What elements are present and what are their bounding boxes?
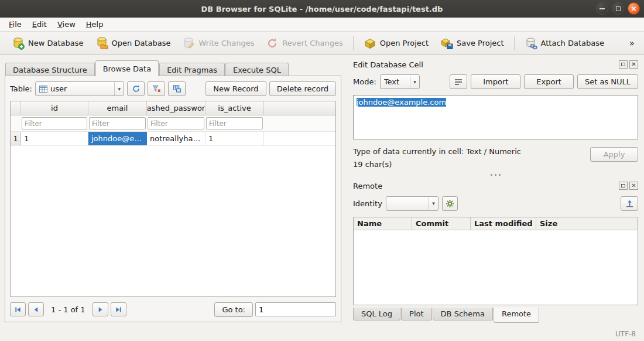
maximize-icon [616,6,621,11]
tab-remote[interactable]: Remote [494,308,539,323]
first-record-button[interactable] [10,302,26,316]
remote-column-last-modified[interactable]: Last modified [471,217,536,230]
import-button[interactable]: Import [471,74,520,89]
tab-edit-pragmas[interactable]: Edit Pragmas [159,63,225,76]
close-icon: × [631,5,637,12]
menu-file[interactable]: File [4,19,27,30]
last-record-icon [115,306,122,313]
browse-data-panel: Table: user ▾ [5,76,341,322]
previous-record-icon [33,306,39,313]
save-project-label: Save Project [457,39,504,47]
column-header-hashed-password[interactable]: ashed_passwor [147,101,205,115]
apply-button: Apply [590,147,638,162]
attach-database-button[interactable]: Attach Database [519,34,610,53]
cell-editor[interactable]: johndoe@example.com [353,95,638,139]
filter-input-id[interactable] [22,117,87,129]
remote-title: Remote [353,182,382,190]
menu-edit[interactable]: Edit [27,19,52,30]
save-table-view-button[interactable] [168,81,186,96]
menu-help[interactable]: Help [81,19,109,30]
chevron-down-icon: ▾ [429,197,438,210]
column-header-id[interactable]: id [21,101,88,115]
remote-column-commit[interactable]: Commit [412,217,471,230]
data-grid: id email ashed_passwor is_active 1 [10,101,336,297]
first-record-icon [15,306,21,313]
remote-column-name[interactable]: Name [354,217,412,230]
tab-plot[interactable]: Plot [401,308,432,320]
refresh-icon [132,84,141,93]
cell-hashed-password[interactable]: notreallyha… [147,132,205,145]
goto-input[interactable] [255,302,336,316]
left-pane: Database Structure Browse Data Edit Prag… [0,55,346,327]
filter-row [11,115,335,132]
toolbar-overflow-button[interactable]: » [626,38,638,49]
new-database-icon [12,37,25,50]
cell-email-selected[interactable]: johndoe@e… [88,132,147,145]
filter-input-hashed-password[interactable] [148,117,204,129]
remote-table-empty-area [354,230,638,305]
tab-sql-log[interactable]: SQL Log [353,308,400,320]
tab-db-schema[interactable]: DB Schema [433,308,493,320]
grid-header: id email ashed_passwor is_active [11,101,335,115]
column-header-email[interactable]: email [88,101,147,115]
upload-button[interactable] [621,196,638,211]
browse-controls: Table: user ▾ [10,81,336,97]
gear-icon [446,199,454,208]
new-database-button[interactable]: New Database [6,34,90,53]
tab-execute-sql[interactable]: Execute SQL [225,63,289,76]
revert-changes-label: Revert Changes [282,39,342,47]
mode-select[interactable]: Text ▾ [380,74,420,89]
menu-view[interactable]: View [52,19,81,30]
refresh-button[interactable] [127,81,145,96]
identity-label: Identity [353,199,382,208]
goto-button[interactable]: Go to: [214,302,253,317]
tab-database-structure[interactable]: Database Structure [5,63,95,76]
open-project-button[interactable]: Open Project [358,34,434,53]
table-select[interactable]: user ▾ [35,81,124,96]
column-header-is-active[interactable]: is_active [205,101,264,115]
main-area: Database Structure Browse Data Edit Prag… [0,55,644,327]
delete-record-button[interactable]: Delete record [269,81,336,96]
table-label: Table: [10,84,32,93]
close-dock-button[interactable]: ✕ [629,60,638,69]
minimize-button[interactable] [596,2,608,15]
write-changes-label: Write Changes [198,39,254,47]
open-database-button[interactable]: Open Database [90,34,177,53]
cell-is-active[interactable]: 1 [205,132,264,145]
splitter-handle[interactable] [353,170,638,179]
next-record-button[interactable] [93,302,108,316]
maximize-button[interactable] [612,2,624,15]
titlebar[interactable]: DB Browser for SQLite - /home/user/code/… [0,0,644,18]
set-as-null-button[interactable]: Set as NULL [577,74,638,89]
new-record-button[interactable]: New Record [205,81,266,96]
close-button[interactable]: × [628,2,640,15]
close-dock-button[interactable]: ✕ [629,182,638,190]
clear-filters-button[interactable] [148,81,165,96]
float-dock-button[interactable] [619,60,628,69]
word-wrap-button[interactable] [450,74,467,89]
float-dock-button[interactable] [619,182,628,190]
save-project-icon [440,37,453,50]
menubar: File Edit View Help [0,18,644,32]
manage-identities-button[interactable] [442,196,458,211]
tab-browse-data[interactable]: Browse Data [95,60,159,76]
record-count-label: 1 - 1 of 1 [51,305,85,314]
remote-column-size[interactable]: Size [536,217,638,230]
save-project-button[interactable]: Save Project [434,34,510,53]
edit-cell-title: Edit Database Cell [353,60,423,69]
word-wrap-icon [454,79,463,86]
identity-select[interactable]: ▾ [386,196,439,211]
last-record-button[interactable] [111,302,126,316]
record-navigation: 1 - 1 of 1 Go to: [10,302,336,317]
filter-input-email[interactable] [89,117,146,129]
cell-id[interactable]: 1 [21,132,88,145]
export-button[interactable]: Export [524,74,574,89]
row-number[interactable]: 1 [11,132,21,145]
revert-changes-icon [266,37,279,50]
previous-record-button[interactable] [28,302,44,316]
filter-input-is-active[interactable] [206,117,263,129]
float-icon [621,184,625,187]
open-project-label: Open Project [380,39,429,47]
table-view-icon [173,84,181,93]
cell-editor-content: johndoe@example.com [357,98,446,107]
